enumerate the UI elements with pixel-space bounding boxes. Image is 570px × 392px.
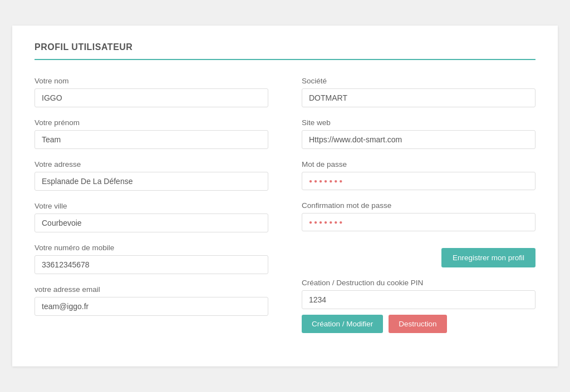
mobile-group: Votre numéro de mobile xyxy=(35,244,268,274)
password-label: Mot de passe xyxy=(302,160,535,168)
password-group: Mot de passe ●●●●●●● xyxy=(302,160,535,190)
profile-card: PROFIL UTILISATEUR Votre nom Votre préno… xyxy=(12,26,558,366)
ville-input[interactable] xyxy=(35,214,268,232)
right-column: Société Site web Mot de passe ●●●●●●● Co… xyxy=(302,77,535,344)
site-label: Site web xyxy=(302,118,535,127)
confirm-label: Confirmation mot de passe xyxy=(302,201,535,210)
page-title: PROFIL UTILISATEUR xyxy=(35,42,132,52)
cookie-buttons: Création / Modifier Destruction xyxy=(302,315,535,333)
societe-label: Société xyxy=(302,77,535,85)
nom-label: Votre nom xyxy=(35,77,268,85)
confirm-dots: ●●●●●●● xyxy=(302,213,535,231)
prenom-label: Votre prénom xyxy=(35,118,268,127)
ville-label: Votre ville xyxy=(35,202,268,210)
create-button[interactable]: Création / Modifier xyxy=(302,315,383,333)
site-group: Site web xyxy=(302,118,535,149)
mobile-input[interactable] xyxy=(35,255,268,274)
site-input[interactable] xyxy=(302,130,535,149)
adresse-group: Votre adresse xyxy=(35,160,268,191)
email-input[interactable] xyxy=(35,297,268,316)
left-column: Votre nom Votre prénom Votre adresse Vot… xyxy=(35,77,268,344)
cookie-group: Création / Destruction du cookie PIN Cré… xyxy=(302,279,535,333)
societe-input[interactable] xyxy=(302,88,535,107)
cookie-input[interactable] xyxy=(302,290,535,309)
save-button[interactable]: Enregistrer mon profil xyxy=(441,248,535,267)
prenom-input[interactable] xyxy=(35,130,268,149)
email-group: votre adresse email xyxy=(35,285,268,316)
prenom-group: Votre prénom xyxy=(35,118,268,149)
password-dots: ●●●●●●● xyxy=(302,172,535,190)
adresse-label: Votre adresse xyxy=(35,160,268,168)
save-group: Enregistrer mon profil xyxy=(302,242,535,267)
nom-input[interactable] xyxy=(35,88,268,107)
ville-group: Votre ville xyxy=(35,202,268,232)
form-grid: Votre nom Votre prénom Votre adresse Vot… xyxy=(35,77,535,344)
adresse-input[interactable] xyxy=(35,172,268,191)
card-header: PROFIL UTILISATEUR xyxy=(35,42,535,60)
societe-group: Société xyxy=(302,77,535,107)
cookie-label: Création / Destruction du cookie PIN xyxy=(302,279,535,287)
destroy-button[interactable]: Destruction xyxy=(389,315,446,333)
mobile-label: Votre numéro de mobile xyxy=(35,244,268,252)
confirm-group: Confirmation mot de passe ●●●●●●● xyxy=(302,201,535,231)
nom-group: Votre nom xyxy=(35,77,268,107)
email-label: votre adresse email xyxy=(35,285,268,294)
